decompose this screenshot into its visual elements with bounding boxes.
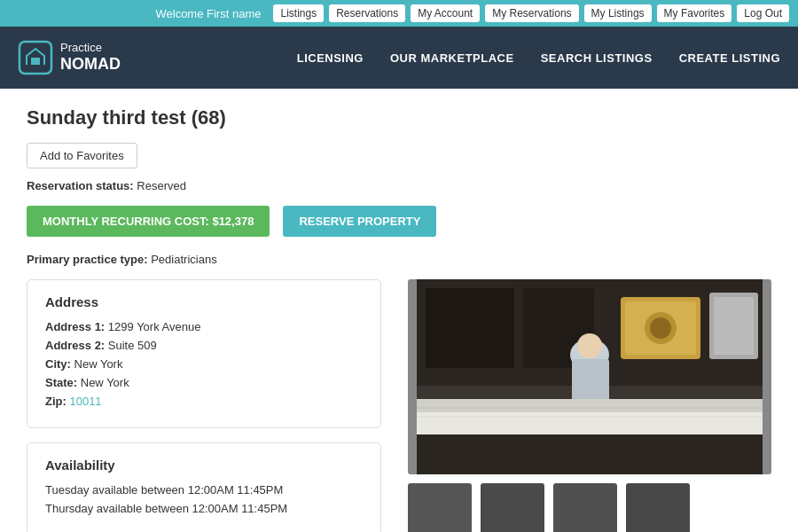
nav-licensing[interactable]: LICENSING — [297, 51, 364, 65]
svg-rect-16 — [417, 399, 763, 412]
nav-marketplace[interactable]: OUR MARKETPLACE — [390, 51, 514, 65]
svg-rect-19 — [417, 434, 763, 474]
city-value: New York — [74, 357, 123, 371]
address1-row: Address 1: 1299 York Avenue — [45, 320, 363, 333]
svg-rect-11 — [714, 297, 754, 355]
address2-row: Address 2: Suite 509 — [45, 339, 363, 352]
welcome-text: Welcome First name — [155, 7, 261, 20]
availability-item-0: Tuesday available between 12:00AM 11:45P… — [45, 483, 363, 497]
availability-box: Availability Tuesday available between 1… — [27, 442, 381, 532]
availability-title: Availability — [45, 458, 363, 473]
reserve-property-button[interactable]: RESERVE PROPERTY — [283, 206, 436, 237]
nav-my-listings-link[interactable]: My Listings — [584, 4, 652, 22]
thumbnail-row — [408, 483, 771, 532]
reservation-status-label: Reservation status: — [27, 179, 134, 192]
zip-label: Zip: — [45, 395, 66, 408]
reservation-status-value: Reserved — [137, 179, 186, 192]
logo-practice: Practice — [60, 41, 121, 55]
nav-my-reservations-link[interactable]: My Reservations — [485, 4, 578, 22]
reservation-status: Reservation status: Reserved — [27, 179, 771, 192]
two-col-layout: Address Address 1: 1299 York Avenue Addr… — [27, 279, 771, 532]
primary-type: Primary practice type: Pediatricians — [27, 253, 771, 266]
monthly-cost-button[interactable]: MONTHLY RECURRING COST: $12,378 — [27, 206, 270, 237]
right-column: Description: PEDIATRIC OFFICE - 12345 — [408, 279, 771, 532]
main-nav: LICENSING OUR MARKETPLACE SEARCH LISTING… — [297, 51, 780, 65]
action-buttons: MONTHLY RECURRING COST: $12,378 RESERVE … — [27, 206, 771, 237]
nav-logout-link[interactable]: Log Out — [737, 4, 789, 22]
nav-reservations-link[interactable]: Reservations — [329, 4, 405, 22]
thumbnail-4[interactable] — [626, 483, 690, 532]
state-label: State: — [45, 376, 77, 389]
address2-value: Suite 509 — [108, 339, 157, 352]
svg-point-14 — [577, 333, 602, 358]
address1-label: Address 1: — [45, 320, 105, 333]
thumbnail-1[interactable] — [408, 483, 472, 532]
svg-rect-1 — [31, 58, 40, 65]
zip-value[interactable]: 10011 — [69, 395, 101, 408]
svg-point-9 — [650, 317, 671, 339]
state-value: New York — [81, 376, 129, 389]
top-bar: Welcome First name Listings Reservations… — [0, 0, 798, 27]
thumbnail-2[interactable] — [481, 483, 544, 532]
thumbnail-3[interactable] — [553, 483, 617, 532]
nav-listings-link[interactable]: Listings — [273, 4, 324, 22]
logo-nomad: NOMAD — [60, 55, 121, 74]
left-column: Address Address 1: 1299 York Avenue Addr… — [27, 279, 381, 532]
city-label: City: — [45, 357, 71, 371]
nav-search-listings[interactable]: SEARCH LISTINGS — [541, 51, 653, 65]
state-row: State: New York — [45, 376, 363, 389]
svg-rect-4 — [426, 288, 514, 368]
address1-value: 1299 York Avenue — [108, 320, 201, 333]
main-property-image — [408, 279, 771, 474]
logo-icon — [18, 40, 53, 75]
zip-row: Zip: 10011 — [45, 395, 363, 408]
add-favorites-button[interactable]: Add to Favorites — [27, 143, 137, 168]
nav-my-favorites-link[interactable]: My Favorites — [657, 4, 732, 22]
page-title: Sunday third test (68) — [27, 106, 771, 129]
address-box: Address Address 1: 1299 York Avenue Addr… — [27, 279, 381, 428]
city-row: City: New York — [45, 357, 363, 371]
logo: Practice NOMAD — [18, 40, 121, 75]
availability-item-1: Thursday available between 12:00AM 11:45… — [45, 502, 363, 515]
primary-type-value: Pediatricians — [151, 253, 216, 266]
nav-my-account-link[interactable]: My Account — [411, 4, 480, 22]
address2-label: Address 2: — [45, 339, 105, 352]
nav-create-listing[interactable]: CREATE LISTING — [679, 51, 780, 65]
primary-type-label: Primary practice type: — [27, 253, 148, 266]
address-title: Address — [45, 294, 363, 309]
property-image-svg — [408, 279, 771, 474]
navbar: Practice NOMAD LICENSING OUR MARKETPLACE… — [0, 27, 798, 89]
main-content: Sunday third test (68) Add to Favorites … — [0, 89, 798, 532]
